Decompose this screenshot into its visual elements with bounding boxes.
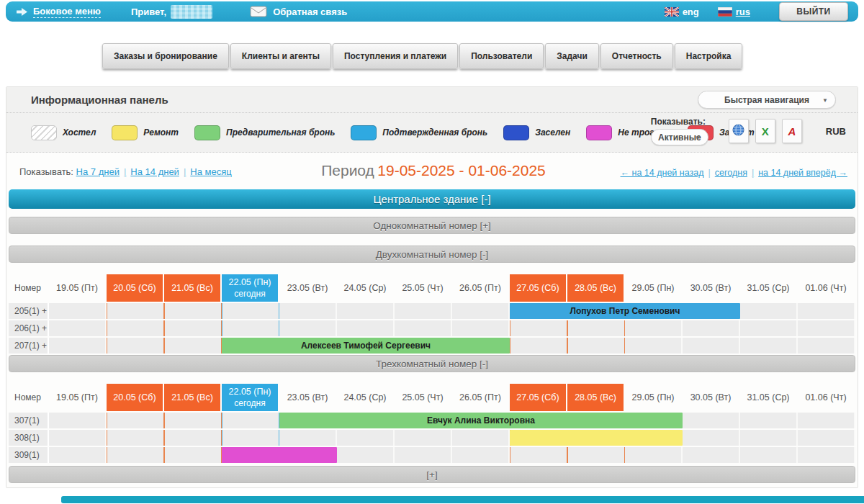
day-cell[interactable] [798,447,855,463]
section-bar-two-room[interactable]: Двухкомнатный номер [-] [9,246,855,263]
side-menu-link[interactable]: Боковое меню [33,6,101,18]
quick-nav-select[interactable]: Быстрая навигация ▼ [698,91,836,109]
booking-bar[interactable]: Евчук Алина Викторовна [279,413,683,428]
nav-tab[interactable]: Отчетность [600,43,673,69]
lang-eng-link[interactable]: eng [683,6,699,17]
day-cell[interactable] [279,430,337,446]
day-cell[interactable] [395,430,452,446]
day-cell[interactable] [107,338,164,354]
day-cell[interactable] [222,430,279,446]
nav-tab[interactable]: Задачи [545,43,599,69]
day-cell[interactable] [625,447,683,463]
day-cell[interactable] [49,338,107,354]
show-filter-select[interactable]: Активные ▼ [651,129,708,145]
day-cell[interactable] [164,413,222,428]
day-cell[interactable] [510,338,567,354]
building-header-bar[interactable]: Центральное здание [-] [9,189,855,209]
day-cell[interactable] [683,338,740,354]
room-label[interactable]: 307(1) [9,413,49,428]
day-cell[interactable] [740,338,798,354]
day-cell[interactable] [510,447,567,463]
day-cell[interactable] [337,447,395,463]
day-cell[interactable] [740,447,798,463]
day-cell[interactable] [452,430,510,446]
day-cell[interactable] [164,430,222,446]
day-cell[interactable] [625,338,683,354]
day-cell[interactable] [510,320,567,336]
day-cell[interactable] [683,413,740,428]
day-cell[interactable] [107,320,164,336]
day-cell[interactable] [222,320,279,336]
day-cell[interactable] [798,430,855,446]
day-cell[interactable] [740,303,798,319]
export-pdf-button[interactable]: A [782,119,802,143]
day-cell[interactable] [49,320,107,336]
logout-button[interactable]: ВЫЙТИ [779,2,848,21]
day-cell[interactable] [798,413,855,428]
day-cell[interactable] [567,320,625,336]
day-cell[interactable] [279,303,337,319]
day-cell[interactable] [798,320,855,336]
room-label[interactable]: 309(1) [9,447,49,463]
day-cell[interactable] [452,320,510,336]
day-cell[interactable] [337,430,395,446]
booking-bar[interactable] [510,430,683,446]
day-cell[interactable] [337,303,395,319]
day-cell[interactable] [164,303,222,319]
day-cell[interactable] [395,320,452,336]
section-bar-three-room[interactable]: Трехкомнатный номер [-] [9,355,855,372]
nav-tab[interactable]: Поступления и платежи [333,43,458,69]
range-link-14days[interactable]: На 14 дней [130,166,190,177]
nav-tab[interactable]: Клиенты и агенты [230,43,331,69]
day-cell[interactable] [222,413,279,428]
day-cell[interactable] [222,303,279,319]
day-cell[interactable] [107,430,164,446]
day-cell[interactable] [164,447,222,463]
day-cell[interactable] [395,447,452,463]
day-cell[interactable] [107,447,164,463]
day-cell[interactable] [683,447,740,463]
export-excel-button[interactable]: X [755,119,775,143]
day-cell[interactable] [567,338,625,354]
day-cell[interactable] [740,320,798,336]
nav-tab[interactable]: Пользователи [459,43,544,69]
day-cell[interactable] [740,430,798,446]
day-cell[interactable] [164,338,222,354]
day-cell[interactable] [683,320,740,336]
room-label[interactable]: 206(1) + [9,320,49,336]
day-cell[interactable] [395,303,452,319]
nav-tab[interactable]: Заказы и бронирование [102,43,229,69]
day-cell[interactable] [49,447,107,463]
day-cell[interactable] [798,338,855,354]
day-cell[interactable] [452,303,510,319]
range-link-month[interactable]: На месяц [190,166,231,177]
day-cell[interactable] [798,303,855,319]
day-cell[interactable] [337,320,395,336]
day-cell[interactable] [107,303,164,319]
section-bar-expand-more[interactable]: [+] [9,466,855,483]
room-label[interactable]: 308(1) [9,430,49,446]
today-link[interactable]: сегодня [715,168,758,178]
room-label[interactable]: 205(1) + [9,303,49,319]
day-cell[interactable] [625,320,683,336]
day-cell[interactable] [49,430,107,446]
booking-bar[interactable]: Алексеев Тимофей Сергеевич [222,338,510,354]
day-cell[interactable] [49,413,107,428]
day-cell[interactable] [279,320,337,336]
booking-bar[interactable]: Лопухов Петр Семенович [510,303,740,319]
day-cell[interactable] [49,303,107,319]
day-cell[interactable] [683,430,740,446]
day-cell[interactable] [452,447,510,463]
room-label[interactable]: 207(1) + [9,338,49,354]
range-link-7days[interactable]: На 7 дней [76,166,131,177]
back-14days-link[interactable]: ← на 14 дней назад [621,168,715,178]
booking-bar[interactable] [222,447,337,463]
section-bar-one-room[interactable]: Однокомнатный номер [+] [9,217,855,234]
nav-tab[interactable]: Настройка [675,43,743,69]
day-cell[interactable] [107,413,164,428]
feedback-link[interactable]: Обратная связь [273,6,347,17]
day-cell[interactable] [567,447,625,463]
forward-14days-link[interactable]: на 14 дней вперёд → [758,168,847,178]
day-cell[interactable] [740,413,798,428]
lang-rus-link[interactable]: rus [736,6,750,17]
